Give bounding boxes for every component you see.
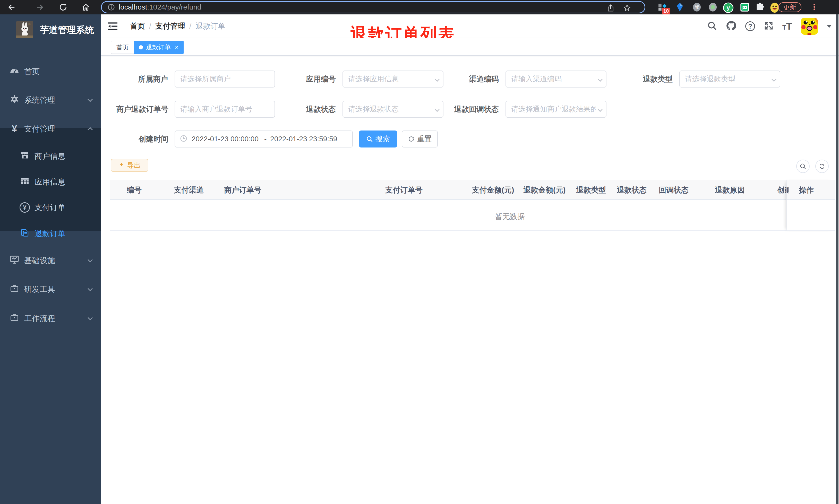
col-create-time: 创建时间 — [777, 180, 788, 200]
active-dot — [139, 45, 143, 50]
sidebar-item-app-info[interactable]: 应用信息 — [0, 169, 101, 195]
page-scrollbar[interactable] — [836, 14, 838, 504]
tag-home[interactable]: 首页 — [111, 41, 135, 54]
page-info-icon[interactable] — [107, 3, 115, 11]
table-empty-row — [110, 200, 835, 231]
export-button[interactable]: 导出 — [111, 159, 148, 172]
breadcrumb: 首页 / 支付管理 / 退款订单 — [130, 14, 225, 38]
briefcase-icon — [9, 313, 20, 324]
browser-back-icon[interactable] — [7, 3, 16, 12]
yen-circle-icon: ¥ — [19, 202, 30, 213]
table-header: 编号 支付渠道 商户订单号 支付订单号 支付金额(元) 退款金额(元) 退款类型… — [110, 180, 835, 200]
channel-select[interactable] — [505, 71, 606, 88]
create-time-range-picker[interactable]: 2022-01-23 00:00:00 - 2022-01-23 23:59:5… — [175, 130, 353, 147]
table-icon — [19, 177, 30, 188]
col-pay-order-no: 支付订单号 — [385, 180, 423, 200]
url-host: localhost — [119, 3, 147, 11]
dashboard-icon — [9, 66, 20, 78]
merchant-refund-no-input[interactable] — [175, 101, 275, 118]
breadcrumb-payment[interactable]: 支付管理 — [155, 21, 185, 31]
chevron-down-icon — [88, 315, 93, 320]
extension-gem-icon[interactable] — [675, 2, 685, 12]
sidebar-item-merchant-info[interactable]: 商户信息 — [0, 143, 101, 169]
avatar-caret-icon[interactable] — [827, 25, 832, 28]
tag-close-icon[interactable]: × — [175, 44, 178, 51]
url-bar[interactable]: localhost:1024/pay/refund — [101, 1, 645, 13]
help-icon[interactable]: ? — [745, 21, 755, 31]
extension-proxy-icon[interactable]: 10 — [657, 2, 667, 12]
gear-icon — [9, 94, 20, 106]
toolbox-icon — [9, 284, 20, 295]
chevron-down-icon — [88, 257, 93, 262]
app-title: 芋道管理系统 — [40, 24, 94, 36]
label-app: 应用编号 — [270, 71, 336, 88]
sidebar-item-pay-order[interactable]: ¥ 支付订单 — [0, 195, 101, 220]
extension-cmd-icon[interactable]: ⌘ — [692, 2, 702, 12]
empty-text: 暂无数据 — [495, 212, 525, 222]
yen-icon: ¥ — [9, 124, 20, 134]
browser-home-icon[interactable] — [82, 3, 90, 12]
extension-y-icon[interactable]: y — [722, 2, 733, 12]
svg-text:y: y — [727, 4, 730, 11]
col-refund-reason: 退款原因 — [715, 180, 745, 200]
col-pay-amount: 支付金额(元) — [472, 180, 514, 200]
document-copy-icon — [19, 229, 30, 239]
clock-icon — [180, 134, 188, 143]
col-pay-channel: 支付渠道 — [174, 180, 204, 200]
chevron-down-icon — [88, 286, 93, 291]
browser-forward-icon[interactable] — [36, 3, 44, 12]
range-separator: - — [264, 135, 267, 143]
storefront-icon — [19, 151, 30, 162]
col-callback-status: 回调状态 — [659, 180, 689, 200]
col-refund-status: 退款状态 — [617, 180, 647, 200]
sidebar-item-workflow[interactable]: 工作流程 — [0, 306, 101, 331]
sidebar-item-devtools[interactable]: 研发工具 — [0, 276, 101, 302]
extensions-puzzle-icon[interactable] — [755, 2, 765, 12]
profile-emoji-icon[interactable] — [769, 2, 779, 12]
sidebar-item-refund-order[interactable]: 退款订单 — [0, 221, 101, 247]
sidebar-logo[interactable]: 芋道管理系统 — [0, 21, 101, 38]
col-id: 编号 — [127, 180, 142, 200]
reset-button[interactable]: 重置 — [402, 130, 438, 147]
chevron-up-icon — [88, 127, 93, 132]
svg-text:⌘: ⌘ — [694, 4, 700, 11]
hamburger-fold-icon[interactable] — [108, 22, 118, 32]
github-icon[interactable] — [726, 20, 736, 32]
sidebar-item-home[interactable]: 首页 — [0, 59, 101, 85]
extension-chat-icon[interactable] — [739, 2, 750, 12]
callback-status-select[interactable] — [505, 101, 606, 118]
browser-menu-icon[interactable] — [813, 3, 815, 11]
breadcrumb-home[interactable]: 首页 — [130, 21, 145, 31]
tags-view-bar: 首页 退款订单 × — [101, 38, 839, 56]
share-icon[interactable] — [606, 4, 615, 12]
bookmark-star-icon[interactable] — [623, 4, 631, 12]
app-select[interactable] — [342, 71, 444, 88]
refund-type-select[interactable] — [679, 71, 780, 88]
label-refund-status: 退款状态 — [270, 101, 336, 118]
navbar-actions: ? TT — [707, 14, 832, 38]
label-callback-status: 退款回调状态 — [422, 101, 499, 118]
search-button[interactable]: 搜索 — [359, 130, 397, 147]
extension-recorder-icon[interactable] — [708, 2, 718, 12]
label-merchant: 所属商户 — [103, 71, 168, 88]
browser-refresh-icon[interactable] — [59, 3, 68, 12]
sidebar-item-infra[interactable]: 基础设施 — [0, 248, 101, 273]
monitor-chart-icon — [9, 255, 20, 266]
label-merchant-refund-no: 商户退款订单号 — [98, 101, 168, 118]
browser-update-button[interactable]: 更新 — [778, 2, 801, 12]
start-date-value[interactable]: 2022-01-23 00:00:00 — [192, 135, 261, 143]
font-size-icon[interactable]: TT — [782, 21, 792, 32]
refresh-table-button[interactable] — [815, 160, 829, 173]
toggle-search-button[interactable] — [796, 160, 810, 173]
sidebar-item-payment[interactable]: ¥ 支付管理 — [0, 116, 101, 142]
label-create-time: 创建时间 — [103, 130, 168, 147]
merchant-select[interactable] — [175, 71, 275, 88]
sidebar-item-system[interactable]: 系统管理 — [0, 87, 101, 113]
tag-refund-order[interactable]: 退款订单 × — [133, 41, 184, 54]
fullscreen-icon[interactable] — [764, 21, 773, 32]
end-date-value[interactable]: 2022-01-23 23:59:59 — [270, 135, 339, 143]
avatar[interactable] — [801, 18, 818, 35]
search-icon[interactable] — [707, 21, 717, 32]
label-channel: 渠道编码 — [433, 71, 499, 88]
extension-badge: 10 — [662, 8, 670, 14]
